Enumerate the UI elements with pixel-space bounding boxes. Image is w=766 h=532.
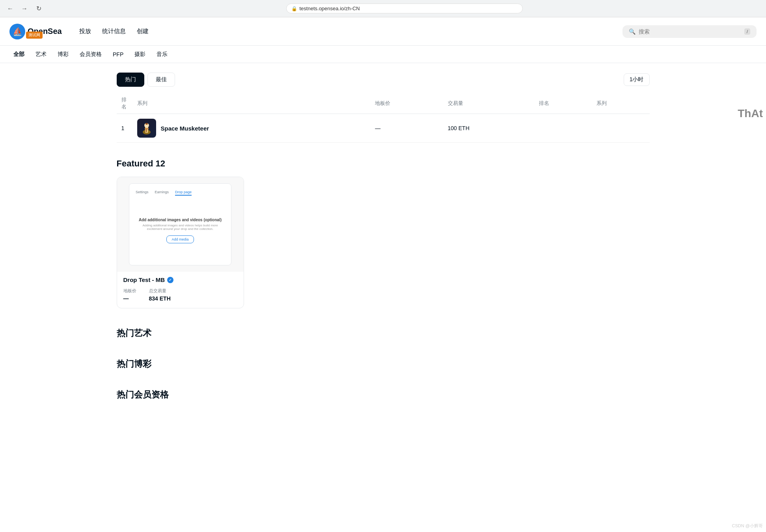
floor-stat: 地板价 — xyxy=(123,288,136,302)
preview-add-btn[interactable]: Add media xyxy=(166,235,194,243)
main-content: 热门 最佳 1小时 排名 系列 地板价 交易量 排名 系列 1 xyxy=(107,63,659,429)
lock-icon: 🔒 xyxy=(291,6,297,11)
preview-add-text: Add additional images and videos (option… xyxy=(139,218,222,222)
col-collection2: 系列 xyxy=(592,93,649,114)
preview-tab-settings: Settings xyxy=(136,190,149,196)
volume-cell: 100 ETH xyxy=(443,114,535,143)
back-button[interactable]: ← xyxy=(5,3,16,14)
floor-price-cell: — xyxy=(370,114,443,143)
col-floor: 地板价 xyxy=(370,93,443,114)
nav-stats[interactable]: 统计信息 xyxy=(97,24,130,38)
featured-title: Featured 12 xyxy=(117,159,650,169)
reload-button[interactable]: ↻ xyxy=(33,3,44,14)
cat-gaming[interactable]: 博彩 xyxy=(54,49,73,60)
cat-membership[interactable]: 会员资格 xyxy=(76,49,106,60)
card-info: Drop Test - MB ✓ 地板价 — 总交易量 834 ETH xyxy=(117,272,244,308)
card-name: Drop Test - MB ✓ xyxy=(123,276,237,283)
search-kbd: / xyxy=(744,28,750,35)
forward-button[interactable]: → xyxy=(19,3,30,14)
card-preview: Settings Earnings Drop page Add addition… xyxy=(117,177,244,272)
that-text: ThAt xyxy=(718,107,766,120)
hot-art-title: 热门艺术 xyxy=(117,327,650,339)
browser-chrome: ← → ↻ 🔒 testnets.opensea.io/zh-CN xyxy=(0,0,766,17)
volume-stat: 总交易量 834 ETH xyxy=(149,288,171,302)
category-bar: 全部 艺术 博彩 会员资格 PFP 摄影 音乐 xyxy=(0,46,766,63)
logo-badge: 测试网 xyxy=(26,32,43,39)
cat-pfp[interactable]: PFP xyxy=(109,49,127,60)
cat-all[interactable]: 全部 xyxy=(9,49,28,60)
nav-links: 投放 统计信息 创建 xyxy=(75,24,153,38)
hot-gaming-title: 热门博彩 xyxy=(117,358,650,370)
address-bar[interactable]: 🔒 testnets.opensea.io/zh-CN xyxy=(286,4,523,13)
verified-badge: ✓ xyxy=(167,277,173,283)
card-preview-inner: Settings Earnings Drop page Add addition… xyxy=(129,183,231,265)
tab-row: 热门 最佳 1小时 xyxy=(117,73,650,87)
trending-table: 排名 系列 地板价 交易量 排名 系列 1 xyxy=(117,93,650,143)
col-collection: 系列 xyxy=(132,93,371,114)
collection2-cell xyxy=(592,114,649,143)
navbar: ⛵ OpenSea 测试网 投放 统计信息 创建 🔍 / xyxy=(0,17,766,46)
hot-membership-title: 热门会员资格 xyxy=(117,389,650,401)
nav-drops[interactable]: 投放 xyxy=(75,24,96,38)
tab-hot[interactable]: 热门 xyxy=(117,73,144,87)
time-selector[interactable]: 1小时 xyxy=(624,73,650,86)
nav-create[interactable]: 创建 xyxy=(132,24,153,38)
collection-name: Space Musketeer xyxy=(161,125,209,132)
cat-art[interactable]: 艺术 xyxy=(32,49,50,60)
opensea-logo-icon: ⛵ xyxy=(9,24,25,39)
preview-sub-text: Adding additional images and videos help… xyxy=(136,224,225,231)
rank2-cell xyxy=(534,114,592,143)
url-text: testnets.opensea.io/zh-CN xyxy=(300,6,360,11)
tab-best[interactable]: 最佳 xyxy=(147,73,175,87)
svg-rect-3 xyxy=(145,123,148,125)
preview-tab-drop: Drop page xyxy=(175,190,192,196)
search-input[interactable] xyxy=(639,28,741,35)
preview-tab-earnings: Earnings xyxy=(155,190,169,196)
card-stats: 地板价 — 总交易量 834 ETH xyxy=(123,288,237,302)
search-icon: 🔍 xyxy=(629,28,636,35)
rank-cell: 1 xyxy=(117,114,132,143)
cat-music[interactable]: 音乐 xyxy=(153,49,171,60)
cat-photography[interactable]: 摄影 xyxy=(130,49,149,60)
table-row[interactable]: 1 Space Mu xyxy=(117,114,650,143)
collection-thumbnail xyxy=(137,119,156,138)
hot-art-section: 热门艺术 xyxy=(117,327,650,339)
svg-rect-4 xyxy=(146,129,147,132)
search-bar[interactable]: 🔍 / xyxy=(622,25,757,38)
collection-cell: Space Musketeer xyxy=(132,114,371,143)
hot-gaming-section: 热门博彩 xyxy=(117,358,650,370)
col-rank2: 排名 xyxy=(534,93,592,114)
featured-card[interactable]: Settings Earnings Drop page Add addition… xyxy=(117,177,244,308)
col-rank: 排名 xyxy=(117,93,132,114)
col-volume: 交易量 xyxy=(443,93,535,114)
svg-rect-5 xyxy=(145,128,149,129)
hot-membership-section: 热门会员资格 xyxy=(117,389,650,401)
card-preview-tabs: Settings Earnings Drop page xyxy=(136,190,225,196)
featured-grid: Settings Earnings Drop page Add addition… xyxy=(117,177,650,308)
